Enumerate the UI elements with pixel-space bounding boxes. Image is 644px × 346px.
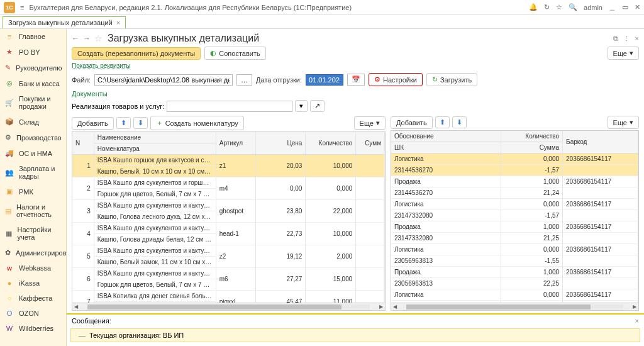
sale-dropdown-button[interactable]: ▾ bbox=[295, 100, 308, 112]
col-rsum[interactable]: Сумма bbox=[501, 142, 562, 153]
table-row[interactable]: 2ISBA Кашпо для суккулентов и горшок для… bbox=[72, 177, 385, 189]
table-row[interactable]: 23147332080-1,57 bbox=[391, 210, 638, 221]
date-input[interactable] bbox=[306, 74, 343, 86]
yet-button-top[interactable]: Еще ▾ bbox=[608, 47, 639, 60]
move-up-left-button[interactable]: ⬆ bbox=[116, 117, 131, 129]
sidebar-item[interactable]: WWildberries bbox=[0, 321, 66, 336]
col-name[interactable]: Наименование bbox=[94, 132, 216, 143]
sidebar-item[interactable]: 🛒Покупки и продажи bbox=[0, 91, 66, 114]
table-row[interactable]: 4ISBA Кашпо для суккулентов и кактусов г… bbox=[72, 223, 385, 234]
star-icon[interactable]: ☆ bbox=[556, 3, 562, 11]
sidebar-item[interactable]: 📦Склад bbox=[0, 114, 66, 130]
sale-input[interactable] bbox=[167, 101, 292, 112]
table-row[interactable]: 3ISBA Кашпо для суккулентов и кактусов г… bbox=[72, 200, 385, 211]
menu-icon[interactable]: ≡ bbox=[20, 4, 24, 11]
forward-button[interactable]: → bbox=[83, 34, 91, 43]
history-icon[interactable]: ↻ bbox=[544, 3, 550, 11]
table-row[interactable]: Логистика0,0002036686154117 bbox=[391, 153, 638, 165]
messages-close-icon[interactable]: × bbox=[635, 317, 639, 325]
sidebar-label: Производство bbox=[16, 134, 62, 142]
sidebar-icon: w bbox=[5, 264, 14, 272]
table-row[interactable]: 2314733208021,25 bbox=[391, 233, 638, 244]
reload-icon: ↻ bbox=[432, 75, 438, 84]
sidebar-item[interactable]: ⚙Производство bbox=[0, 130, 66, 145]
move-up-right-button[interactable]: ⬆ bbox=[435, 116, 450, 128]
sidebar-label: OZON bbox=[19, 310, 39, 317]
sidebar-item[interactable]: ▤Налоги и отчетность bbox=[0, 199, 66, 222]
sidebar-item[interactable]: ✎Руководителю bbox=[0, 60, 66, 75]
table-row[interactable]: 7ISBA Копилка для денег свинья большая г… bbox=[72, 291, 385, 302]
move-down-left-button[interactable]: ⬇ bbox=[133, 117, 148, 129]
sidebar-item[interactable]: 🚚ОС и НМА bbox=[0, 145, 66, 161]
table-row[interactable]: Логистика0,0002036686154117 bbox=[391, 244, 638, 255]
table-row[interactable]: 23056963813-1,55 bbox=[391, 255, 638, 267]
more-icon[interactable]: ⋮ bbox=[623, 35, 630, 43]
col-shk[interactable]: ШК bbox=[391, 142, 501, 153]
create-nomenclature-button[interactable]: ＋Создать номенклатуру bbox=[150, 116, 244, 130]
right-grid[interactable]: Обоснование Количество Баркод ШК Сумма Л… bbox=[391, 130, 639, 303]
left-hscroll[interactable]: ◀▶ bbox=[72, 303, 386, 311]
search-icon[interactable]: 🔍 bbox=[569, 3, 577, 11]
bell-icon[interactable]: 🔔 bbox=[529, 3, 538, 11]
table-row[interactable]: Логистика0,0002036686154117 bbox=[391, 199, 638, 210]
table-row[interactable]: 5ISBA Кашпо для суккулентов и кактусов д… bbox=[72, 245, 385, 257]
tab-close-icon[interactable]: × bbox=[116, 19, 120, 26]
sidebar-item[interactable]: OOZON bbox=[0, 306, 66, 321]
yet-button-right[interactable]: Еще ▾ bbox=[608, 116, 639, 129]
sidebar-item[interactable]: ○Каффеста bbox=[0, 291, 66, 306]
favorite-icon[interactable]: ☆ bbox=[94, 33, 103, 43]
open-new-icon[interactable]: ⧉ bbox=[613, 35, 618, 43]
settings-button[interactable]: ⚙Настройки bbox=[369, 73, 423, 86]
close-icon[interactable]: ✕ bbox=[635, 3, 640, 11]
left-grid[interactable]: N Наименование Артикул Цена Количество С… bbox=[72, 131, 386, 303]
col-art[interactable]: Артикул bbox=[216, 132, 255, 155]
sidebar-item[interactable]: ▣РМК bbox=[0, 184, 66, 199]
col-n[interactable]: N bbox=[72, 132, 94, 155]
load-button[interactable]: ↻Загрузить bbox=[426, 73, 477, 86]
sale-open-button[interactable]: ↗ bbox=[310, 100, 325, 112]
sidebar-item[interactable]: ▦Настройки учета bbox=[0, 222, 66, 245]
minimize-icon[interactable]: ＿ bbox=[609, 3, 616, 12]
table-row[interactable]: Продажа1,0002036686154117 bbox=[391, 176, 638, 187]
table-row[interactable]: 1ISBA Кашпо горшок для кактусов и суккул… bbox=[72, 155, 385, 166]
page-close-icon[interactable]: × bbox=[635, 35, 639, 43]
table-row[interactable]: 23144536270-1,57 bbox=[391, 165, 638, 176]
table-row[interactable]: Логистика0,0002036686154117 bbox=[391, 289, 638, 301]
create-documents-button[interactable]: Создать (перезаполнить) документы bbox=[72, 47, 201, 60]
col-price[interactable]: Цена bbox=[255, 132, 306, 155]
sidebar-item[interactable]: wWebkassa bbox=[0, 260, 66, 276]
sidebar-item[interactable]: ≡Главное bbox=[0, 29, 66, 44]
table-row[interactable]: Продажа1,0002036686154117 bbox=[391, 267, 638, 278]
back-button[interactable]: ← bbox=[72, 34, 79, 43]
compare-button[interactable]: ◐Сопоставить bbox=[204, 47, 265, 60]
user-label[interactable]: admin bbox=[584, 4, 602, 11]
col-basis[interactable]: Обоснование bbox=[391, 131, 501, 142]
sidebar-item[interactable]: 👥Зарплата и кадры bbox=[0, 161, 66, 184]
file-browse-button[interactable]: … bbox=[236, 74, 252, 86]
table-row[interactable]: 6ISBA Кашпо для суккулентов и кактусов м… bbox=[72, 268, 385, 279]
table-row[interactable]: Продажа1,0002036686154117 bbox=[391, 221, 638, 233]
yet-button-left[interactable]: Еще ▾ bbox=[354, 116, 386, 130]
right-hscroll[interactable]: ◀▶ bbox=[391, 303, 639, 311]
col-sum[interactable]: Сумм bbox=[356, 132, 385, 155]
show-details-link[interactable]: Показать реквизиты bbox=[72, 62, 639, 69]
sidebar-label: PO BY bbox=[19, 48, 40, 56]
sidebar-item[interactable]: ✿Администрирование bbox=[0, 245, 66, 260]
calendar-icon[interactable]: 📅 bbox=[347, 74, 365, 86]
sidebar-icon: ⚙ bbox=[5, 133, 11, 142]
col-barcode[interactable]: Баркод bbox=[563, 131, 638, 153]
add-left-button[interactable]: Добавить bbox=[72, 117, 114, 130]
table-row[interactable]: 2314453627021,24 bbox=[391, 187, 638, 199]
move-down-right-button[interactable]: ⬇ bbox=[452, 116, 467, 128]
col-nomen[interactable]: Номенклатура bbox=[94, 143, 216, 155]
sidebar-item[interactable]: ●iKassa bbox=[0, 276, 66, 291]
col-rqty[interactable]: Количество bbox=[501, 131, 562, 142]
tab-active[interactable]: Загрузка выкупных детализаций × bbox=[3, 16, 126, 28]
sidebar-item[interactable]: ★PO BY bbox=[0, 44, 66, 60]
restore-icon[interactable]: ▭ bbox=[622, 3, 628, 11]
sidebar-item[interactable]: ◎Банк и касса bbox=[0, 75, 66, 91]
add-right-button[interactable]: Добавить bbox=[391, 116, 433, 129]
file-input[interactable] bbox=[94, 74, 233, 86]
col-qty[interactable]: Количество bbox=[306, 132, 356, 155]
table-row[interactable]: 2305696381322,25 bbox=[391, 278, 638, 289]
